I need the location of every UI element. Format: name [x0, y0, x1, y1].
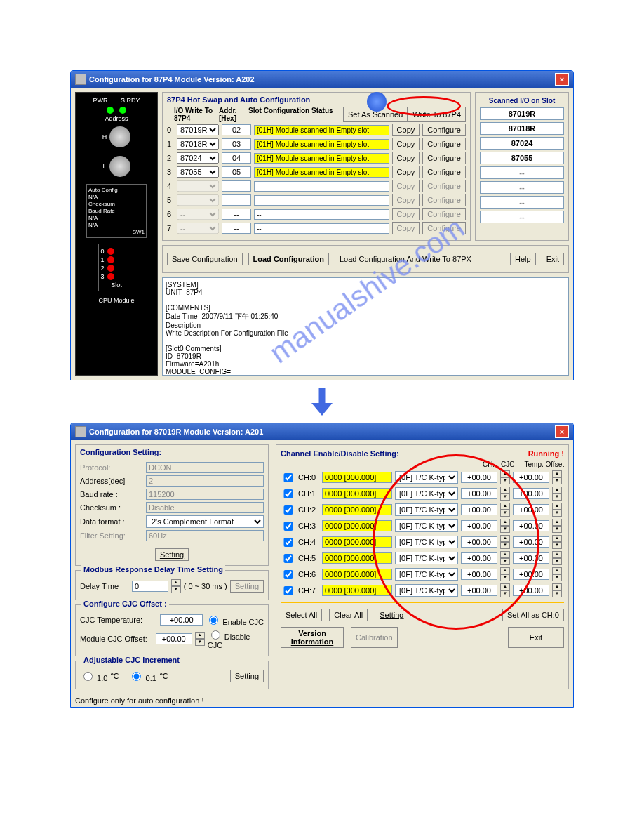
- close-icon[interactable]: ×: [555, 425, 569, 438]
- close-icon[interactable]: ×: [555, 73, 569, 86]
- channel-type-select[interactable]: [0F] T/C K-type: [395, 584, 458, 597]
- channel-checkbox[interactable]: [283, 522, 293, 531]
- copy-button[interactable]: Copy: [392, 124, 420, 136]
- spin-down-icon[interactable]: ▼: [552, 558, 562, 565]
- spin-down-icon[interactable]: ▼: [552, 542, 562, 549]
- spin-down-icon[interactable]: ▼: [500, 590, 510, 597]
- spin-down-icon[interactable]: ▼: [552, 510, 562, 517]
- spin-down-icon[interactable]: ▼: [500, 542, 510, 549]
- spin-up-icon[interactable]: ▲: [552, 567, 562, 574]
- spin-up-icon[interactable]: ▲: [500, 583, 510, 590]
- enable-cjc-radio[interactable]: Enable CJC: [206, 614, 264, 626]
- disable-cjc-radio[interactable]: Disable CJC: [208, 628, 264, 649]
- ch-cjc-input[interactable]: [461, 569, 497, 580]
- channel-type-select[interactable]: [0F] T/C K-type: [395, 487, 458, 500]
- spin-up-icon[interactable]: ▲: [500, 503, 510, 510]
- spin-down-icon[interactable]: ▼: [171, 586, 181, 593]
- spin-down-icon[interactable]: ▼: [500, 477, 510, 484]
- adj-setting-button[interactable]: Setting: [230, 670, 264, 682]
- ch-cjc-input[interactable]: [461, 552, 497, 564]
- spin-up-icon[interactable]: ▲: [552, 486, 562, 494]
- spin-down-icon[interactable]: ▼: [552, 590, 562, 597]
- clear-all-button[interactable]: Clear All: [329, 609, 368, 621]
- temp-offset-input[interactable]: [513, 536, 549, 548]
- configure-button[interactable]: Configure: [422, 124, 466, 136]
- spin-up-icon[interactable]: ▲: [552, 583, 562, 590]
- setting-button[interactable]: Setting: [155, 548, 189, 561]
- temp-offset-input[interactable]: [513, 488, 549, 499]
- copy-button[interactable]: Copy: [392, 166, 420, 178]
- spin-up-icon[interactable]: ▲: [500, 551, 510, 558]
- io-select[interactable]: 87024: [177, 152, 219, 164]
- spin-up-icon[interactable]: ▲: [195, 632, 205, 639]
- channel-type-select[interactable]: [0F] T/C K-type: [395, 552, 458, 564]
- spin-up-icon[interactable]: ▲: [500, 567, 510, 574]
- ch-cjc-input[interactable]: [461, 488, 497, 499]
- spin-down-icon[interactable]: ▼: [195, 639, 205, 646]
- spin-down-icon[interactable]: ▼: [552, 526, 562, 533]
- write-to-87p4-button[interactable]: Write To 87P4: [408, 107, 466, 122]
- exit-button[interactable]: Exit: [542, 253, 564, 265]
- channel-type-select[interactable]: [0F] T/C K-type: [395, 568, 458, 581]
- log-textarea[interactable]: [SYSTEM] UNIT=87P4 [COMMENTS] Date Time=…: [162, 277, 569, 376]
- channel-checkbox[interactable]: [283, 538, 293, 547]
- io-select[interactable]: 87019R: [177, 124, 219, 135]
- channel-checkbox[interactable]: [283, 505, 293, 515]
- format-select[interactable]: 2's Complement Format: [146, 515, 264, 528]
- channel-type-select[interactable]: [0F] T/C K-type: [395, 519, 458, 532]
- spin-up-icon[interactable]: ▲: [171, 579, 181, 586]
- io-select[interactable]: 87018R: [177, 138, 219, 150]
- spin-up-icon[interactable]: ▲: [500, 519, 510, 526]
- temp-offset-input[interactable]: [513, 569, 549, 580]
- channel-type-select[interactable]: [0F] T/C K-type: [395, 536, 458, 548]
- spin-down-icon[interactable]: ▼: [552, 477, 562, 484]
- temp-offset-input[interactable]: [513, 585, 549, 596]
- spin-down-icon[interactable]: ▼: [500, 526, 510, 533]
- spin-down-icon[interactable]: ▼: [500, 494, 510, 501]
- channel-checkbox[interactable]: [283, 570, 293, 579]
- channel-checkbox[interactable]: [283, 586, 293, 595]
- load-write-button[interactable]: Load Configuration And Write To 87PX: [335, 253, 476, 265]
- ch-exit-button[interactable]: Exit: [508, 627, 564, 648]
- io-select[interactable]: 87055: [177, 166, 219, 178]
- load-config-button[interactable]: Load Configuration: [248, 253, 329, 265]
- help-button[interactable]: Help: [510, 253, 536, 265]
- ch-cjc-input[interactable]: [461, 585, 497, 596]
- spin-down-icon[interactable]: ▼: [500, 558, 510, 565]
- select-all-button[interactable]: Select All: [281, 609, 322, 621]
- ch-cjc-input[interactable]: [461, 504, 497, 515]
- spin-down-icon[interactable]: ▼: [552, 574, 562, 581]
- spin-up-icon[interactable]: ▲: [552, 470, 562, 477]
- set-all-ch0-button[interactable]: Set All as CH:0: [502, 609, 564, 621]
- spin-up-icon[interactable]: ▲: [500, 470, 510, 477]
- configure-button[interactable]: Configure: [422, 166, 466, 178]
- ch-setting-button[interactable]: Setting: [375, 609, 408, 621]
- configure-button[interactable]: Configure: [422, 152, 466, 164]
- inc-1-radio[interactable]: 1.0: [80, 670, 107, 682]
- copy-button[interactable]: Copy: [392, 152, 420, 164]
- spin-down-icon[interactable]: ▼: [500, 510, 510, 517]
- channel-checkbox[interactable]: [283, 489, 293, 498]
- spin-up-icon[interactable]: ▲: [500, 535, 510, 542]
- spin-up-icon[interactable]: ▲: [552, 535, 562, 542]
- delay-input[interactable]: [132, 581, 168, 592]
- spin-up-icon[interactable]: ▲: [552, 503, 562, 510]
- ch-cjc-input[interactable]: [461, 536, 497, 548]
- spin-up-icon[interactable]: ▲: [552, 519, 562, 526]
- temp-offset-input[interactable]: [513, 504, 549, 515]
- channel-type-select[interactable]: [0F] T/C K-type: [395, 471, 458, 484]
- spin-down-icon[interactable]: ▼: [500, 574, 510, 581]
- save-config-button[interactable]: Save Configuration: [167, 253, 243, 265]
- temp-offset-input[interactable]: [513, 520, 549, 531]
- channel-checkbox[interactable]: [283, 554, 293, 563]
- version-info-button[interactable]: Version Information: [281, 627, 344, 648]
- temp-offset-input[interactable]: [513, 472, 549, 483]
- channel-checkbox[interactable]: [283, 473, 293, 482]
- ch-cjc-input[interactable]: [461, 520, 497, 531]
- spin-down-icon[interactable]: ▼: [552, 494, 562, 501]
- copy-button[interactable]: Copy: [392, 138, 420, 150]
- temp-offset-input[interactable]: [513, 552, 549, 564]
- inc-01-radio[interactable]: 0.1: [128, 670, 156, 682]
- ch-cjc-input[interactable]: [461, 472, 497, 483]
- spin-up-icon[interactable]: ▲: [552, 551, 562, 558]
